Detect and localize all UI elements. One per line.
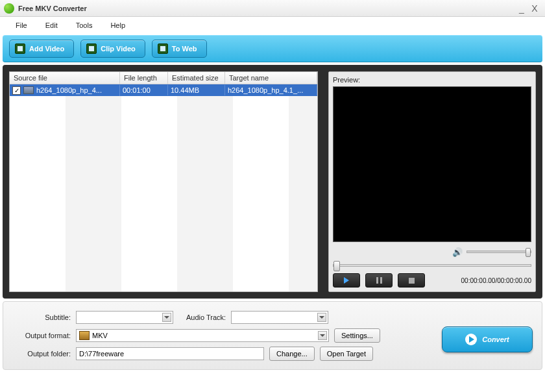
col-length[interactable]: File length [120,72,168,84]
play-icon [344,277,349,284]
seek-thumb[interactable] [333,261,340,271]
output-folder-value: D:\77freeware [79,350,124,358]
convert-label: Convert [482,336,509,343]
stop-button[interactable] [398,273,425,288]
row-source: h264_1080p_hp_4... [36,86,102,94]
convert-play-icon [465,334,477,345]
subtitle-combo[interactable] [76,311,173,324]
minimize-button[interactable]: _ [515,3,528,14]
window-title: Free MKV Converter [18,5,515,12]
add-video-button[interactable]: Add Video [9,40,74,58]
chevron-down-icon [317,313,326,322]
workspace: Source file File length Estimated size T… [3,65,542,299]
file-list-header: Source file File length Estimated size T… [10,72,317,84]
file-list-body: ✓ h264_1080p_hp_4... 00:01:00 10.44MB h2… [10,84,317,291]
convert-button[interactable]: Convert [442,326,533,352]
volume-row: 🔊 [333,245,531,259]
close-button[interactable]: X [528,3,541,14]
audiotrack-combo[interactable] [231,311,328,324]
pause-button[interactable] [365,273,393,288]
row-size: 10.44MB [168,85,225,95]
output-format-label: Output format: [12,332,71,339]
preview-panel: Preview: 🔊 00:00:00.00/00:00:00.00 [328,71,536,292]
play-button[interactable] [333,273,360,288]
toolbar: Add Video Clip Video To Web [3,35,542,62]
app-logo-icon [4,3,14,14]
clip-video-icon [86,43,97,54]
col-size[interactable]: Estimated size [168,72,225,84]
row-target: h264_1080p_hp_4.1_... [225,85,317,95]
row-length: 00:01:00 [120,85,168,95]
pause-icon [376,277,382,284]
mkv-format-icon [79,331,90,340]
add-video-icon [15,43,25,54]
clip-video-button[interactable]: Clip Video [80,40,145,58]
table-row[interactable]: ✓ h264_1080p_hp_4... 00:01:00 10.44MB h2… [10,84,317,96]
seek-slider[interactable] [333,264,531,267]
seek-row [333,260,531,271]
output-folder-label: Output folder: [12,350,71,358]
menu-bar: File Edit Tools Help [0,17,545,34]
to-web-label: To Web [172,45,197,53]
row-checkbox[interactable]: ✓ [12,86,21,95]
col-source[interactable]: Source file [10,72,120,84]
clip-video-label: Clip Video [101,45,136,53]
chevron-down-icon [162,313,171,322]
menu-help[interactable]: Help [101,19,134,32]
subtitle-label: Subtitle: [12,313,71,321]
preview-label: Preview: [333,76,531,84]
title-bar: Free MKV Converter _ X [0,0,545,17]
file-list-panel: Source file File length Estimated size T… [9,71,318,292]
menu-tools[interactable]: Tools [67,19,102,32]
to-web-icon [158,43,168,54]
open-target-button[interactable]: Open Target [320,347,373,361]
video-file-icon [23,86,34,94]
volume-slider[interactable] [466,251,531,253]
to-web-button[interactable]: To Web [152,40,207,58]
playback-controls: 00:00:00.00/00:00:00.00 [333,273,531,288]
preview-screen [333,86,531,242]
output-folder-input[interactable]: D:\77freeware [76,347,264,360]
speaker-icon[interactable]: 🔊 [452,247,463,257]
stop-icon [409,278,415,284]
menu-edit[interactable]: Edit [36,19,67,32]
settings-button[interactable]: Settings... [334,328,380,343]
audiotrack-label: Audio Track: [186,313,226,321]
col-target[interactable]: Target name [225,72,317,84]
bottom-panel: Subtitle: Audio Track: Output format: MK… [3,301,542,370]
menu-file[interactable]: File [6,19,36,32]
chevron-down-icon [318,331,327,340]
output-format-value: MKV [92,332,108,339]
timecode: 00:00:00.00/00:00:00.00 [461,277,531,284]
volume-thumb[interactable] [526,248,531,257]
add-video-label: Add Video [29,45,64,53]
output-format-combo[interactable]: MKV [76,329,329,342]
change-button[interactable]: Change... [269,347,315,361]
